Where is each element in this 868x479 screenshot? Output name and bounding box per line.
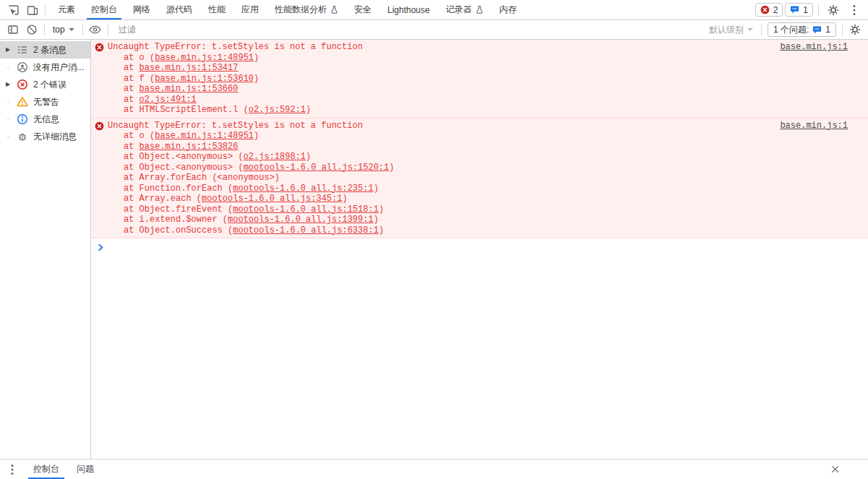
info-icon [17, 113, 28, 125]
sidebar-item-label: 无警告 [33, 96, 59, 108]
stack-frame: at o (base.min.js:1:48951) [91, 53, 868, 64]
drawer-more-options-icon[interactable] [3, 461, 22, 478]
sidebar-item-warnings[interactable]: · 无警告 [0, 93, 90, 111]
error-icon [95, 43, 104, 52]
tab-application[interactable]: 应用 [233, 0, 267, 20]
stack-frame-link[interactable]: base.min.js:1:48951 [155, 53, 254, 63]
stack-frame-link[interactable]: mootools-1.6.0 all.js:1520:1 [244, 163, 390, 173]
stack-trace: at o (base.min.js:1:48951)at base.min.js… [91, 131, 868, 236]
stack-frame-link[interactable]: o2.js:592:1 [249, 105, 306, 115]
prompt-chevron-icon [98, 243, 103, 251]
stack-frame: at o2.js:491:1 [91, 95, 868, 105]
sidebar-item-all-messages[interactable]: ▶ 2 条消息 [0, 41, 90, 59]
source-location-link[interactable]: base.min.js:1 [780, 42, 848, 53]
drawer-tab-console[interactable]: 控制台 [25, 459, 68, 479]
verbose-icon [17, 131, 28, 142]
stack-frame: at Array.each (mootools-1.6.0 all.js:345… [91, 194, 868, 204]
stack-frame: at Object.onSuccess (mootools-1.6.0 all.… [91, 225, 868, 236]
console-error-message: Uncaught TypeError: t.setStyles is not a… [91, 118, 868, 239]
stack-frame: at f (base.min.js:1:53610) [91, 74, 868, 85]
stack-frame-link[interactable]: mootools-1.6.0 all.js:1518:1 [233, 204, 379, 215]
tab-console[interactable]: 控制台 [83, 0, 125, 20]
console-main-area: ▶ 2 条消息 · 没有用户消... ▶ 2 个错误 · 无警告 · 无信息 ·… [0, 40, 868, 459]
drawer-bar: 控制台问题 [0, 459, 868, 479]
message-badge-count: 1 [803, 5, 808, 15]
log-levels-dropdown[interactable]: 默认级别 [704, 24, 758, 36]
sidebar-item-user-messages[interactable]: · 没有用户消... [0, 59, 90, 76]
settings-gear-icon[interactable] [824, 1, 843, 19]
tree-twisty-icon[interactable]: · [4, 128, 12, 145]
divider [44, 24, 45, 35]
tree-twisty-icon[interactable]: · [4, 111, 12, 128]
inspect-element-icon[interactable] [4, 1, 23, 19]
issues-label: 1 个问题: [773, 24, 809, 36]
sidebar-item-errors[interactable]: ▶ 2 个错误 [0, 76, 90, 93]
stack-frame-link[interactable]: base.min.js:1:53417 [139, 63, 239, 73]
tab-network[interactable]: 网络 [125, 0, 158, 20]
console-sidebar-toggle-icon[interactable] [4, 21, 22, 38]
stack-frame-link[interactable]: base.min.js:1:48951 [155, 131, 254, 141]
tree-twisty-icon[interactable]: ▶ [4, 76, 12, 93]
device-toolbar-icon[interactable] [23, 1, 42, 19]
drawer-tab-issues[interactable]: 问题 [68, 459, 103, 479]
stack-frame-link[interactable]: mootools-1.6.0 all.js:235:1 [233, 184, 373, 194]
stack-frame-link[interactable]: o2.js:1898:1 [244, 152, 306, 162]
filter-input[interactable] [119, 25, 697, 35]
sidebar-item-verbose[interactable]: · 无详细消息 [0, 128, 90, 145]
message-count-badge[interactable]: 1 [785, 3, 813, 17]
stack-frame-link[interactable]: mootools-1.6.0 all.js:6338:1 [233, 225, 379, 236]
clear-console-icon[interactable] [22, 21, 41, 38]
stack-frame-link[interactable]: base.min.js:1:53826 [139, 142, 239, 152]
tree-twisty-icon[interactable]: ▶ [4, 41, 12, 59]
tab-lighthouse[interactable]: Lighthouse [379, 0, 438, 20]
sidebar-item-label: 无详细消息 [33, 131, 77, 143]
tabbar-right-controls: 2 1 [755, 1, 864, 19]
error-message-text: Uncaught TypeError: t.setStyles is not a… [108, 121, 771, 131]
tab-recorder[interactable]: 记录器 [438, 0, 491, 20]
console-settings-gear-icon[interactable] [846, 21, 864, 38]
source-location-link[interactable]: base.min.js:1 [780, 121, 848, 131]
console-toolbar: top 默认级别 1 个问题: 1 [0, 20, 868, 40]
tab-sources[interactable]: 源代码 [158, 0, 200, 20]
issues-counter-button[interactable]: 1 个问题: 1 [768, 22, 836, 37]
divider [842, 24, 843, 35]
divider [82, 24, 83, 35]
tab-security[interactable]: 安全 [346, 0, 379, 20]
sidebar-item-info[interactable]: · 无信息 [0, 111, 90, 128]
stack-frame-link[interactable]: base.min.js:1:53610 [155, 74, 254, 84]
chevron-down-icon [747, 28, 753, 31]
log-levels-label: 默认级别 [709, 24, 744, 36]
console-prompt[interactable] [91, 238, 868, 256]
warning-icon [17, 96, 28, 108]
live-expression-eye-icon[interactable] [86, 21, 105, 38]
panel-tabs: 元素控制台网络源代码性能应用性能数据分析安全Lighthouse记录器内存 [50, 0, 525, 20]
error-count-badge[interactable]: 2 [755, 3, 783, 17]
stack-frame-link[interactable]: base.min.js:1:53660 [139, 84, 239, 94]
divider [761, 24, 762, 35]
error-icon [17, 79, 28, 90]
stack-frame: at base.min.js:1:53660 [91, 84, 868, 95]
sidebar-item-label: 2 条消息 [33, 44, 66, 56]
stack-frame-link[interactable]: o2.js:491:1 [139, 95, 197, 105]
stack-frame-link[interactable]: mootools-1.6.0 all.js:1399:1 [228, 215, 374, 225]
issue-bubble-icon [812, 25, 822, 35]
message-bubble-icon [790, 5, 799, 14]
error-message-text: Uncaught TypeError: t.setStyles is not a… [108, 42, 771, 53]
devtools-tabbar: 元素控制台网络源代码性能应用性能数据分析安全Lighthouse记录器内存 2 … [0, 0, 868, 20]
stack-trace: at o (base.min.js:1:48951)at base.min.js… [91, 53, 868, 116]
tab-memory[interactable]: 内存 [491, 0, 525, 20]
context-selector-label: top [53, 25, 65, 35]
tab-performance[interactable]: 性能 [200, 0, 233, 20]
tab-performance-insights[interactable]: 性能数据分析 [267, 0, 346, 20]
tree-twisty-icon[interactable]: · [4, 93, 12, 111]
more-options-icon[interactable] [845, 1, 864, 19]
context-selector[interactable]: top [48, 25, 80, 35]
tab-elements[interactable]: 元素 [50, 0, 83, 20]
stack-frame: at Object.fireEvent (mootools-1.6.0 all.… [91, 204, 868, 215]
console-messages: Uncaught TypeError: t.setStyles is not a… [91, 40, 868, 459]
error-badge-icon [760, 5, 770, 14]
stack-frame-link[interactable]: mootools-1.6.0 all.js:345:1 [202, 194, 342, 204]
tree-twisty-icon[interactable]: · [4, 59, 12, 76]
experiment-flask-icon [476, 5, 484, 14]
close-drawer-icon[interactable] [826, 461, 843, 478]
